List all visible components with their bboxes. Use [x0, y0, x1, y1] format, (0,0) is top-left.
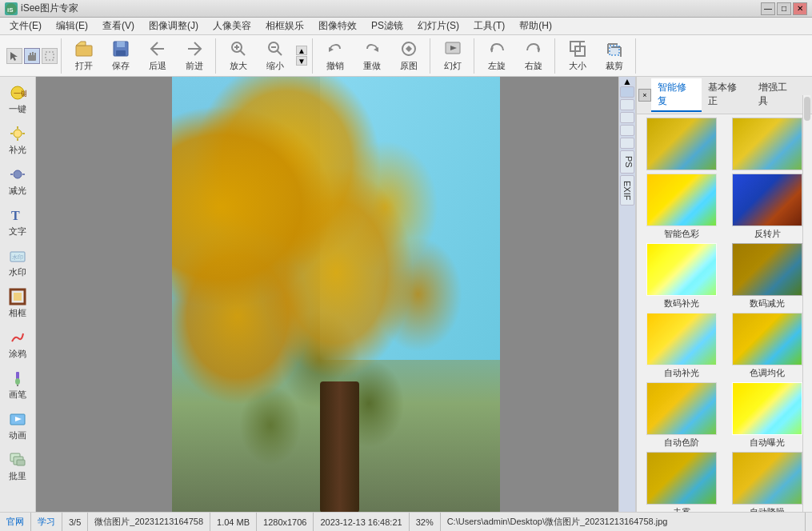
filter-item-auto-levels[interactable]: 自动色阶: [640, 382, 723, 449]
redo-button[interactable]: 重做: [354, 38, 390, 74]
rotate-right-button[interactable]: 右旋: [516, 38, 551, 74]
undo-button[interactable]: 撤销: [318, 38, 353, 74]
menu-frame[interactable]: 相框娱乐: [259, 18, 310, 34]
zoom-out-button[interactable]: 缩小: [258, 38, 293, 74]
crop-button[interactable]: 裁剪: [597, 38, 632, 74]
watermark-button[interactable]: 水印 水印: [2, 243, 33, 282]
menu-tools[interactable]: 工具(T): [467, 18, 511, 34]
filter-label-auto-levels: 自动色阶: [664, 437, 699, 449]
zoom-up-arrow[interactable]: ▲: [296, 46, 307, 55]
svg-rect-7: [46, 52, 54, 60]
back-label: 后退: [149, 60, 166, 72]
image-canvas[interactable]: [172, 77, 500, 512]
filter-item-auto-denoise[interactable]: 自动降噪: [726, 452, 810, 512]
svg-rect-35: [610, 46, 619, 55]
maximize-button[interactable]: □: [777, 2, 791, 15]
learn-link[interactable]: 学习: [31, 513, 62, 531]
menu-beauty[interactable]: 人像美容: [206, 18, 258, 34]
side-nav-style[interactable]: 风格特效: [620, 138, 634, 149]
tab-basic-fix[interactable]: 基本修正: [702, 78, 752, 112]
filter-item-tone-equalize[interactable]: 色调均化: [726, 313, 810, 379]
filter-item-dehaze[interactable]: 去雾: [640, 452, 723, 512]
side-nav-frame[interactable]: 相框娱乐: [620, 112, 634, 123]
hand-tool[interactable]: [24, 48, 40, 64]
filter-thumb-tone-equalize: [732, 313, 802, 365]
tab-enhance[interactable]: 增强工具: [752, 78, 802, 112]
mode-group: [3, 38, 62, 74]
svg-marker-2: [10, 52, 18, 61]
brush-button[interactable]: 画笔: [2, 365, 33, 405]
forward-button[interactable]: 前进: [177, 38, 212, 74]
page-indicator: 3/5: [62, 513, 88, 531]
frame-button[interactable]: 相框: [2, 284, 33, 323]
rotate-right-label: 右旋: [525, 60, 542, 72]
zoom-down-arrow[interactable]: ▼: [296, 56, 307, 66]
original-button[interactable]: 原图: [391, 38, 426, 74]
back-button[interactable]: 后退: [140, 38, 175, 74]
panel-scrollbar[interactable]: [802, 95, 810, 527]
tab-smart-fix[interactable]: 智能修复: [651, 78, 702, 112]
graffiti-button[interactable]: 涂鸦: [2, 325, 33, 364]
close-button[interactable]: ✕: [793, 2, 807, 15]
zoom-in-label: 放大: [230, 60, 247, 72]
menu-bar: 文件(E) 编辑(E) 查看(V) 图像调整(J) 人像美容 相框娱乐 图像特效…: [0, 18, 812, 35]
frame-label: 相框: [9, 307, 26, 319]
side-nav: ▲ 照片修复 人像美容 相框娱乐 影楼效果 风格特效 PS滤镜 EXIF: [618, 77, 636, 512]
animation-icon: [9, 410, 26, 428]
filter-item-top-right[interactable]: [726, 118, 810, 170]
filter-item-invert[interactable]: 反转片: [726, 174, 810, 240]
right-panel-close[interactable]: ×: [638, 89, 651, 102]
official-link[interactable]: 官网: [6, 513, 31, 531]
filter-item-smart-color[interactable]: 智能色彩: [640, 174, 723, 240]
side-nav-portrait[interactable]: 人像美容: [620, 99, 634, 110]
svg-text:iS: iS: [7, 6, 14, 14]
rotate-group: 左旋 右旋: [476, 38, 555, 74]
select-tool[interactable]: [42, 48, 58, 64]
menu-help[interactable]: 帮助(H): [513, 18, 558, 34]
dimensions: 1280x1706: [257, 513, 314, 531]
window-controls[interactable]: — □ ✕: [761, 2, 807, 15]
svg-point-52: [15, 378, 20, 385]
reduce-light-button[interactable]: 减光: [2, 162, 33, 201]
side-nav-exif[interactable]: EXIF: [620, 175, 634, 206]
side-nav-ps[interactable]: PS滤镜: [620, 150, 634, 174]
menu-slideshow[interactable]: 幻灯片(S): [411, 18, 466, 34]
onekey-icon: 一键: [9, 84, 26, 102]
menu-image[interactable]: 图像调整(J): [142, 18, 205, 34]
side-nav-scroll-up[interactable]: ▲: [622, 78, 633, 85]
trunk: [320, 381, 359, 512]
forward-label: 前进: [186, 60, 203, 72]
menu-effects[interactable]: 图像特效: [312, 18, 363, 34]
animation-button[interactable]: 动画: [2, 406, 33, 445]
menu-ps[interactable]: PS滤镜: [365, 18, 410, 34]
menu-file[interactable]: 文件(E): [3, 18, 48, 34]
slide-button[interactable]: 幻灯: [435, 38, 470, 74]
side-nav-photo-fix[interactable]: 照片修复: [620, 86, 634, 98]
onekey-button[interactable]: 一键 一键: [2, 80, 33, 119]
filter-item-digital-reduce[interactable]: 数码减光: [726, 243, 810, 309]
panel-scrollbar-thumb[interactable]: [804, 97, 810, 121]
zoom-in-button[interactable]: 放大: [221, 38, 256, 74]
filter-item-digital-fill[interactable]: 数码补光: [640, 243, 723, 309]
filter-item-auto-fill[interactable]: 自动补光: [640, 313, 723, 379]
batch-button[interactable]: 批里: [2, 447, 33, 486]
filter-item-top-left[interactable]: [640, 118, 723, 170]
svg-rect-8: [76, 46, 92, 56]
filepath: C:\Users\admin\Desktop\微信图片_202312131647…: [441, 513, 806, 531]
undo-icon: [326, 39, 345, 58]
pointer-tool[interactable]: [6, 48, 22, 64]
minimize-button[interactable]: —: [761, 2, 775, 15]
watermark-icon: 水印: [9, 247, 26, 265]
text-button[interactable]: T 文字: [2, 202, 33, 242]
fill-light-icon: [9, 125, 26, 142]
save-button[interactable]: 保存: [103, 38, 138, 74]
fill-light-button[interactable]: 补光: [2, 121, 33, 160]
rotate-left-button[interactable]: 左旋: [479, 38, 514, 74]
filter-item-auto-exposure[interactable]: 自动曝光: [726, 382, 810, 449]
menu-edit[interactable]: 编辑(E): [50, 18, 94, 34]
status-bar: 官网 学习 3/5 微信图片_20231213164758 1.04 MB 12…: [0, 512, 812, 531]
resize-button[interactable]: 大小: [560, 38, 595, 74]
open-button[interactable]: 打开: [66, 38, 102, 74]
side-nav-studio[interactable]: 影楼效果: [620, 125, 634, 136]
menu-view[interactable]: 查看(V): [96, 18, 141, 34]
